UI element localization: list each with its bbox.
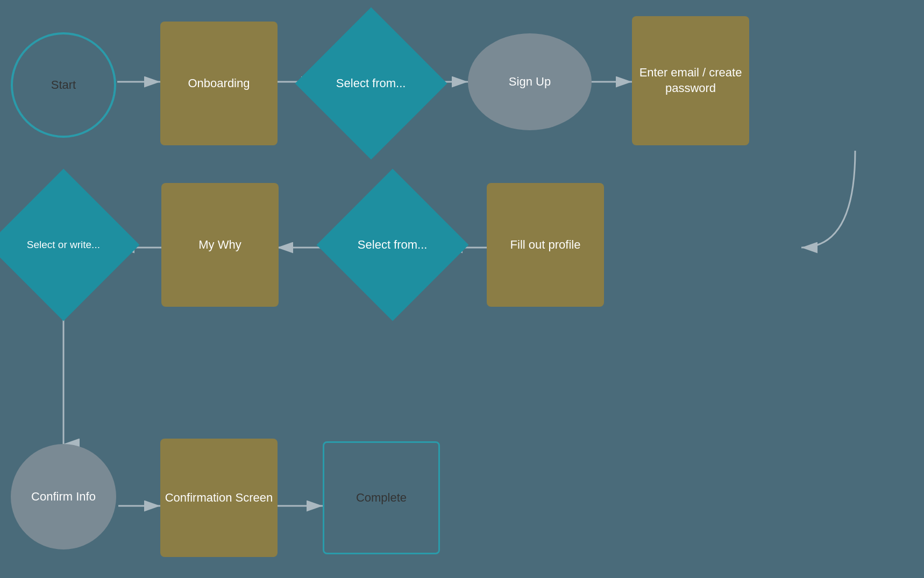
signup-label: Sign Up — [509, 74, 551, 90]
complete-label: Complete — [356, 490, 407, 506]
start-node: Start — [11, 32, 116, 138]
select1-node: Select from... — [295, 8, 447, 160]
my-why-node: My Why — [161, 183, 279, 307]
confirmation-screen-node: Confirmation Screen — [160, 439, 278, 557]
complete-node: Complete — [323, 441, 440, 554]
confirmation-screen-label: Confirmation Screen — [165, 490, 273, 506]
confirm-info-label: Confirm Info — [31, 489, 96, 505]
select2-label: Select from... — [358, 237, 428, 253]
signup-node: Sign Up — [468, 33, 592, 130]
onboarding-node: Onboarding — [160, 22, 278, 145]
my-why-label: My Why — [198, 237, 241, 253]
select1-label: Select from... — [336, 76, 406, 91]
enter-email-node: Enter email / create password — [632, 16, 749, 145]
select-write-node: Select or write... — [0, 169, 139, 321]
select2-node: Select from... — [317, 169, 469, 321]
fill-profile-node: Fill out profile — [487, 183, 604, 307]
flowchart: Start Onboarding Select from... Sign Up … — [0, 0, 924, 578]
arrows-svg — [0, 0, 924, 578]
fill-profile-label: Fill out profile — [510, 237, 581, 253]
enter-email-label: Enter email / create password — [632, 65, 749, 96]
onboarding-label: Onboarding — [188, 76, 250, 91]
confirm-info-node: Confirm Info — [11, 444, 116, 549]
start-label: Start — [51, 78, 76, 92]
select-write-label: Select or write... — [27, 238, 100, 252]
